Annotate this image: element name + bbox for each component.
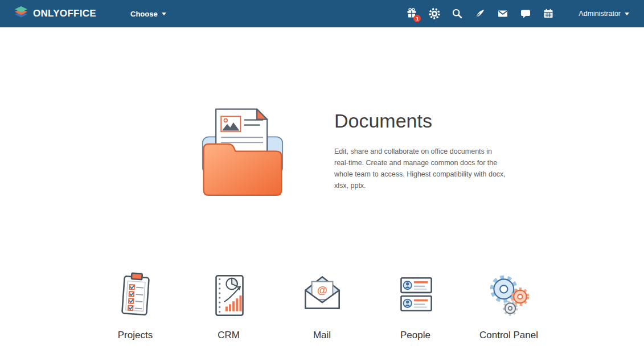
- mail-icon[interactable]: [497, 7, 509, 20]
- search-icon[interactable]: [451, 7, 463, 20]
- modules-row: Projects: [0, 269, 644, 341]
- chevron-down-icon: [162, 13, 166, 15]
- module-label-crm: CRM: [182, 330, 276, 341]
- mail-module-icon: @: [296, 314, 348, 323]
- module-projects[interactable]: Projects: [89, 269, 182, 341]
- module-label-people: People: [369, 330, 462, 341]
- documents-folder-illustration[interactable]: [196, 103, 289, 207]
- module-mail[interactable]: @ Mail: [276, 269, 369, 341]
- onlyoffice-logo[interactable]: ONLYOFFICE: [14, 6, 96, 22]
- gear-icon[interactable]: [428, 7, 441, 20]
- svg-text:@: @: [317, 284, 327, 296]
- user-menu[interactable]: Administrator: [579, 10, 629, 18]
- projects-icon: [109, 314, 162, 323]
- control-panel-icon: [483, 314, 535, 323]
- gift-badge: 1: [413, 15, 421, 22]
- gift-icon[interactable]: 1: [405, 7, 418, 20]
- page-title: Documents: [334, 110, 506, 132]
- talk-icon[interactable]: [519, 7, 532, 20]
- logo-text: ONLYOFFICE: [33, 8, 96, 19]
- hero-text-block: Documents Edit, share and collaborate on…: [334, 103, 506, 207]
- topbar-actions: 1: [405, 7, 555, 20]
- module-control-panel[interactable]: Control Panel: [462, 269, 556, 341]
- module-label-mail: Mail: [276, 330, 369, 341]
- module-label-projects: Projects: [89, 330, 182, 341]
- module-label-control-panel: Control Panel: [462, 330, 556, 341]
- module-people[interactable]: People: [369, 269, 462, 341]
- module-crm[interactable]: CRM: [182, 269, 276, 341]
- people-icon: [389, 314, 442, 323]
- onlyoffice-logo-icon: [14, 6, 28, 22]
- crm-icon: [203, 314, 255, 323]
- top-navigation-bar: ONLYOFFICE Choose 1: [0, 0, 644, 27]
- user-name: Administrator: [579, 10, 621, 18]
- choose-dropdown[interactable]: Choose: [130, 10, 166, 18]
- feedback-icon[interactable]: [474, 7, 486, 20]
- chevron-down-icon: [625, 13, 629, 15]
- calendar-icon[interactable]: [542, 7, 555, 20]
- choose-label: Choose: [130, 10, 158, 18]
- page-description: Edit, share and collaborate on office do…: [334, 146, 506, 191]
- hero-section: Documents Edit, share and collaborate on…: [0, 27, 644, 207]
